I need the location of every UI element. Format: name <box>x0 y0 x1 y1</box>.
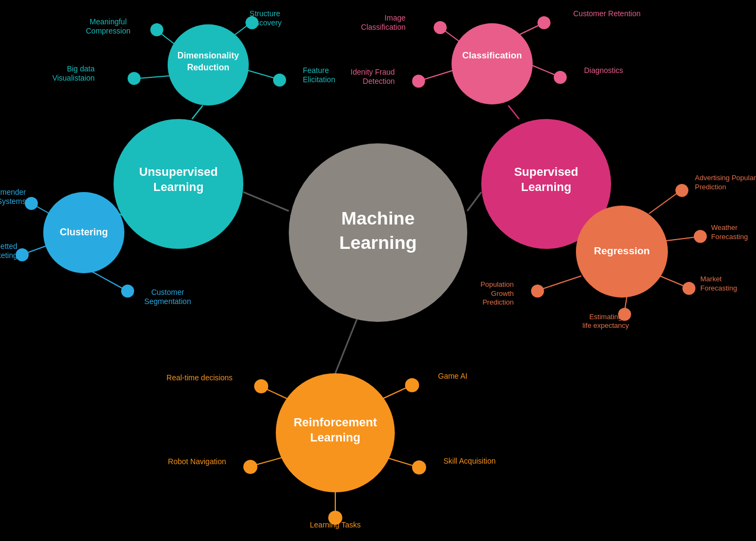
feature-elicitation-label2: Elicitation <box>303 75 335 84</box>
big-data-label: Big data <box>67 64 95 73</box>
unsupervised-label2: Learning <box>154 180 204 194</box>
advertising-label: Advertising Popularity <box>695 174 756 182</box>
dimensionality-label: Dimensionality <box>177 51 239 60</box>
learning-tasks-label: Learning Tasks <box>310 520 361 529</box>
realtime-label: Real-time decisions <box>167 373 233 382</box>
customer-segmentation-label2: Segmentation <box>144 297 191 306</box>
game-ai-label: Game AI <box>438 372 467 380</box>
big-data-label2: Visualistaion <box>52 74 95 82</box>
weather-label: Weather <box>711 223 738 232</box>
meaningful-compression-label: Meaningful <box>90 17 127 26</box>
supervised-label2: Learning <box>521 180 572 194</box>
meaningful-compression-label2: Compression <box>86 27 130 35</box>
center-label2: Learning <box>339 232 417 253</box>
population-label: Population <box>481 280 514 288</box>
skill-label: Skill Acquisition <box>443 457 496 465</box>
supervised-label: Supervised <box>514 165 579 179</box>
weather-label2: Forecasting <box>711 233 748 241</box>
svg-point-15 <box>25 197 38 210</box>
svg-point-35 <box>682 282 695 295</box>
dimensionality-label2: Reduction <box>187 63 229 72</box>
market-label2: Forecasting <box>700 284 737 292</box>
customer-retention-label: Customer Retention <box>573 9 641 18</box>
unsupervised-label: Unsupervised <box>139 165 218 179</box>
structure-discovery-label: Structure <box>250 9 281 18</box>
svg-point-21 <box>434 21 447 34</box>
clustering-label: Clustering <box>59 227 108 237</box>
recommender-label: Recommender <box>0 188 26 196</box>
classification-node <box>452 23 533 104</box>
diagram-canvas: Machine Learning Unsupervised Learning C… <box>0 0 756 541</box>
svg-point-27 <box>554 71 567 84</box>
svg-point-7 <box>150 23 163 36</box>
svg-point-11 <box>128 72 141 85</box>
svg-point-13 <box>273 74 286 87</box>
identity-fraud-label: Idenity Fraud <box>350 68 395 76</box>
identity-fraud-label2: Detection <box>363 77 395 85</box>
svg-point-25 <box>412 75 425 88</box>
estimating-label2: life expectancy <box>582 321 629 329</box>
svg-point-17 <box>16 248 29 261</box>
svg-point-39 <box>531 285 544 298</box>
market-label: Market <box>700 275 722 283</box>
svg-point-31 <box>675 184 688 197</box>
targetted-marketing-label2: Marketing <box>0 251 17 260</box>
reinforcement-label2: Learning <box>310 431 361 444</box>
recommender-label2: Systems <box>0 197 26 206</box>
estimating-label: Estimating <box>589 313 622 321</box>
regression-label: Regression <box>594 245 649 256</box>
feature-elicitation-label: Feature <box>303 66 329 75</box>
center-label: Machine <box>341 208 415 228</box>
svg-point-41 <box>254 379 268 393</box>
classification-label: Classification <box>462 50 522 61</box>
svg-point-33 <box>694 230 707 243</box>
advertising-label2: Prediction <box>695 183 726 191</box>
svg-point-43 <box>405 378 419 392</box>
svg-point-47 <box>412 460 426 474</box>
robot-label: Robot Navigation <box>168 457 226 466</box>
image-classification-label: Image <box>384 14 406 22</box>
diagnostics-label: Diagnostics <box>584 66 623 75</box>
reinforcement-label: Reinforcement <box>294 415 377 429</box>
population-label3: Prediction <box>482 298 514 306</box>
structure-discovery-label2: Discovery <box>248 18 281 27</box>
svg-point-45 <box>243 460 257 474</box>
image-classification-label2: Classification <box>361 23 406 31</box>
population-label2: Growth <box>491 289 514 298</box>
customer-segmentation-label: Customer <box>151 288 184 296</box>
svg-point-23 <box>538 16 551 29</box>
svg-point-19 <box>121 285 134 298</box>
targetted-marketing-label: Targetted <box>0 242 17 250</box>
